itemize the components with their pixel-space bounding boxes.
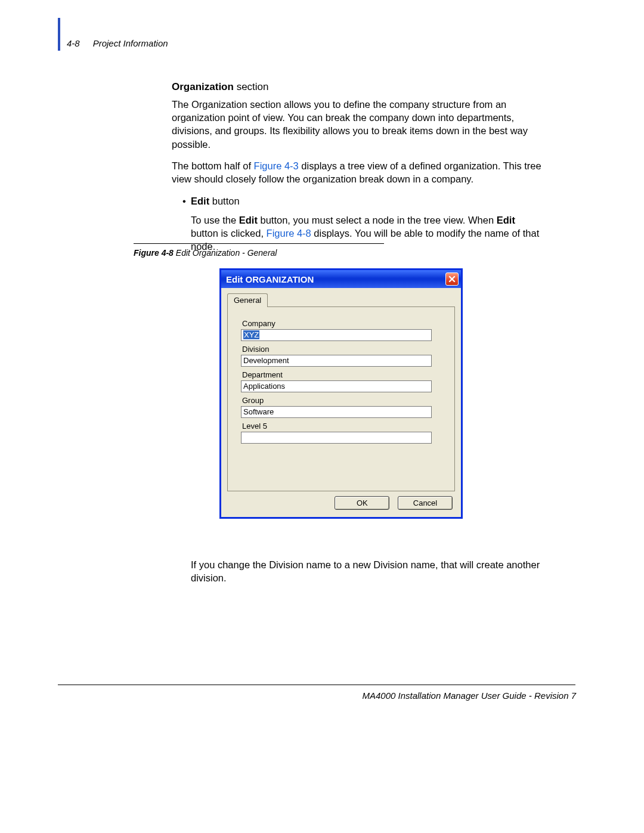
dialog-titlebar[interactable]: Edit ORGANIZATION (221, 270, 461, 288)
page-number: 4-8 (67, 38, 80, 48)
bullet-bold: Edit (191, 196, 209, 206)
dialog-button-row: OK Cancel (221, 491, 461, 517)
footer-text: MA4000 Installation Manager User Guide -… (362, 690, 576, 701)
label-group: Group (242, 396, 444, 405)
tab-panel-general: Company XYZ Division Development Departm… (227, 306, 455, 491)
figure-label: Figure 4-8 (134, 248, 174, 258)
running-header: 4-8Project Information (67, 38, 168, 48)
label-level5: Level 5 (242, 422, 444, 431)
section-heading-bold: Organization (172, 81, 234, 92)
header-accent-bar (58, 18, 60, 51)
edit-organization-dialog-figure: Edit ORGANIZATION General Company XYZ Di… (219, 268, 463, 519)
figure-caption: Figure 4-8 Edit Organization - General (134, 248, 277, 258)
bullet-dot-icon: • (182, 194, 191, 208)
input-level5[interactable] (241, 432, 432, 444)
label-company: Company (242, 319, 444, 328)
close-button[interactable] (445, 272, 459, 286)
section-heading-rest: section (234, 81, 269, 92)
input-company[interactable]: XYZ (241, 329, 432, 341)
tab-strip: General (221, 288, 461, 306)
close-icon (448, 275, 456, 283)
paragraph-3: To use the Edit button, you must select … (191, 213, 541, 253)
bullet-edit-button: •Edit button (182, 194, 541, 208)
paragraph-2: The bottom half of Figure 4-3 displays a… (172, 159, 541, 186)
cancel-button[interactable]: Cancel (398, 496, 453, 510)
figure-rule (134, 243, 384, 244)
paragraph-after-figure: If you change the Division name to a new… (191, 558, 543, 585)
footer-rule (58, 685, 575, 685)
figure-caption-text: Edit Organization - General (174, 248, 277, 258)
input-division[interactable]: Development (241, 355, 432, 367)
input-department[interactable]: Applications (241, 380, 432, 392)
paragraph-1: The Organization section allows you to d… (172, 98, 541, 151)
bullet-rest: button (209, 196, 239, 206)
header-section-title: Project Information (93, 38, 168, 48)
figure-4-8-link[interactable]: Figure 4-8 (267, 228, 311, 239)
label-department: Department (242, 370, 444, 379)
tab-general[interactable]: General (227, 293, 268, 307)
dialog-title: Edit ORGANIZATION (226, 274, 314, 284)
input-group[interactable]: Software (241, 406, 432, 418)
document-page: 4-8Project Information Organization sect… (0, 0, 644, 833)
label-division: Division (242, 345, 444, 354)
section-heading: Organization section (172, 80, 541, 94)
edit-organization-dialog: Edit ORGANIZATION General Company XYZ Di… (219, 268, 463, 519)
body-column: Organization section The Organization se… (172, 80, 541, 263)
figure-4-3-link[interactable]: Figure 4-3 (254, 160, 299, 171)
ok-button[interactable]: OK (335, 496, 389, 510)
